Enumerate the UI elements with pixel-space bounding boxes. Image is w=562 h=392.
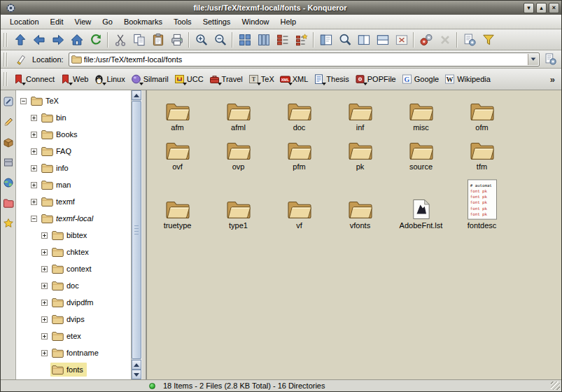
bookmark-silmaril[interactable]: Silmaril: [128, 72, 171, 86]
file-item-source[interactable]: source: [391, 140, 451, 172]
bookmark-thesis[interactable]: Thesis: [311, 72, 351, 86]
split-vertical-button[interactable]: [354, 31, 373, 49]
tree-item-texmf-local[interactable]: texmf-local: [16, 210, 131, 227]
scroll-up-button-bottom[interactable]: [132, 360, 141, 370]
tree-item-faq[interactable]: FAQ: [16, 143, 131, 160]
file-item-afm[interactable]: afm: [147, 101, 208, 132]
menu-tools[interactable]: Tools: [168, 16, 197, 27]
menu-bookmarks[interactable]: Bookmarks: [118, 16, 168, 27]
expand-plus-icon[interactable]: [41, 266, 48, 272]
menu-go[interactable]: Go: [97, 16, 118, 27]
expand-plus-icon[interactable]: [41, 249, 48, 255]
home-button[interactable]: [67, 31, 86, 49]
file-item-afml[interactable]: afml: [208, 101, 269, 132]
tree-item-tex[interactable]: TeX: [16, 92, 131, 109]
expand-plus-icon[interactable]: [31, 115, 37, 121]
tree-item-dvips[interactable]: dvips: [16, 311, 131, 328]
zoom-out-button[interactable]: [211, 31, 230, 49]
gears-button[interactable]: [416, 31, 435, 49]
clear-location-button[interactable]: [13, 52, 27, 66]
expand-plus-icon[interactable]: [31, 132, 37, 138]
tree-item-info[interactable]: info: [16, 160, 131, 176]
bookmark-travel[interactable]: Travel: [206, 72, 246, 86]
expand-plus-icon[interactable]: [31, 165, 37, 172]
paste-button[interactable]: [148, 31, 167, 49]
folder-view[interactable]: afmafmldocinfmiscofmovfovppfmpksourcetfm…: [146, 90, 561, 379]
file-item-misc[interactable]: misc: [391, 101, 451, 132]
window-menu-icon[interactable]: [6, 3, 16, 13]
reload-button[interactable]: [86, 31, 105, 49]
expand-plus-icon[interactable]: [41, 333, 48, 340]
bookmark-connect[interactable]: Connect: [10, 72, 57, 86]
zoom-in-button[interactable]: [192, 31, 211, 49]
file-item-ovf[interactable]: ovf: [147, 140, 208, 172]
expand-plus-icon[interactable]: [41, 316, 48, 323]
toolbar-drag-handle[interactable]: [3, 72, 8, 86]
collapse-minus-icon[interactable]: [31, 216, 37, 222]
side-tab-pencil[interactable]: [3, 116, 14, 127]
menu-help[interactable]: Help: [275, 16, 302, 27]
side-tab-box[interactable]: [3, 136, 14, 148]
bookmark-web[interactable]: Web: [57, 72, 91, 86]
scroll-up-button[interactable]: [132, 90, 141, 100]
expand-plus-icon[interactable]: [41, 283, 48, 289]
bookmark-overflow-chevron[interactable]: »: [547, 74, 559, 85]
expand-plus-icon[interactable]: [31, 199, 37, 205]
expand-plus-icon[interactable]: [31, 148, 37, 155]
side-tab-star[interactable]: [3, 218, 14, 229]
file-item-vf[interactable]: vf: [269, 199, 330, 230]
filter-button[interactable]: [479, 31, 498, 49]
location-dropdown-button[interactable]: [528, 54, 538, 65]
side-tab-tool[interactable]: [3, 96, 14, 107]
file-item-truetype[interactable]: truetype: [147, 199, 208, 230]
detailed-list-view-button[interactable]: [273, 31, 292, 49]
collapse-minus-icon[interactable]: [20, 98, 27, 104]
cut-button[interactable]: [111, 31, 129, 49]
tree-item-man[interactable]: man: [16, 176, 131, 193]
file-item-ofm[interactable]: ofm: [451, 101, 512, 132]
copy-button[interactable]: [129, 31, 148, 49]
file-item-fontdesc[interactable]: # automatfont pkfont pkfont pkfont pkfon…: [451, 179, 512, 230]
file-item-adobefnt-lst[interactable]: AdobeFnt.lst: [391, 199, 451, 230]
document-gear-button[interactable]: [542, 52, 558, 67]
minimize-button[interactable]: ▾: [524, 3, 534, 13]
bookmark-wikipedia[interactable]: WWikipedia: [442, 72, 493, 86]
location-input[interactable]: [84, 54, 528, 65]
bookmark-popfile[interactable]: POPFile: [352, 72, 399, 86]
info-list-view-button[interactable]: [292, 31, 311, 49]
tree-item-fonts[interactable]: fonts: [16, 361, 131, 378]
scrollbar-track[interactable]: [132, 100, 141, 360]
bookmark-tex[interactable]: TTeX: [246, 72, 277, 86]
panel-splitter[interactable]: [141, 90, 146, 379]
disabled-cross-button[interactable]: [435, 31, 454, 49]
toolbar-drag-handle[interactable]: [3, 33, 8, 47]
toolbar-drag-handle[interactable]: [3, 52, 8, 66]
tree-item-etex[interactable]: etex: [16, 328, 131, 344]
find-button[interactable]: [335, 31, 354, 49]
file-item-ovp[interactable]: ovp: [208, 140, 269, 172]
tree-item-dvipdfm[interactable]: dvipdfm: [16, 294, 131, 311]
split-horizontal-button[interactable]: [373, 31, 392, 49]
menu-settings[interactable]: Settings: [197, 16, 237, 27]
file-item-pfm[interactable]: pfm: [269, 140, 330, 172]
side-tab-globe[interactable]: [3, 177, 14, 188]
menu-window[interactable]: Window: [236, 16, 274, 27]
back-button[interactable]: [29, 31, 48, 49]
expand-plus-icon[interactable]: [41, 300, 48, 306]
print-button[interactable]: [167, 31, 186, 49]
tree-item-books[interactable]: Books: [16, 126, 131, 143]
expand-plus-icon[interactable]: [31, 182, 37, 188]
tree-item-bibtex[interactable]: bibtex: [16, 227, 131, 244]
forward-button[interactable]: [48, 31, 67, 49]
file-item-type1[interactable]: type1: [208, 199, 269, 230]
doc-gear-button[interactable]: [460, 31, 479, 49]
file-item-vfonts[interactable]: vfonts: [330, 199, 391, 230]
bookmark-ucc[interactable]: UCC: [171, 72, 206, 86]
tree-item-texmf[interactable]: texmf: [16, 193, 131, 210]
close-view-button[interactable]: [392, 31, 411, 49]
tree-item-chktex[interactable]: chktex: [16, 244, 131, 260]
expand-plus-icon[interactable]: [41, 350, 48, 356]
scrollbar-thumb[interactable]: [132, 101, 141, 359]
tree-item-doc[interactable]: doc: [16, 277, 131, 294]
bookmark-xml[interactable]: XMLXML: [277, 72, 311, 86]
